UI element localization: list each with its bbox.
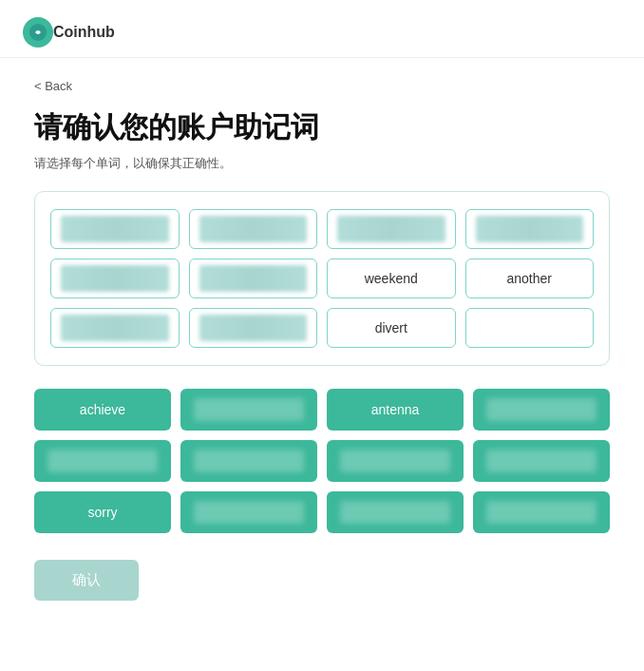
page-title: 请确认您的账户助记词 [34, 108, 610, 145]
page-subtitle: 请选择每个单词，以确保其正确性。 [34, 155, 610, 172]
candidate-btn-sorry[interactable]: sorry [34, 491, 171, 533]
app-header: Coinhub [0, 0, 644, 58]
word-slot-10 [189, 308, 318, 348]
word-slot-6 [189, 259, 318, 298]
word-slot-1 [50, 209, 180, 249]
candidate-btn-7[interactable] [327, 440, 464, 482]
candidate-btn-5[interactable] [34, 440, 171, 482]
candidate-btn-6[interactable] [180, 440, 317, 482]
word-slot-5 [50, 259, 180, 298]
word-slot-3 [327, 209, 456, 249]
word-slot-8: another [465, 259, 595, 298]
word-slot-4 [465, 209, 595, 249]
candidate-btn-antenna[interactable]: antenna [327, 389, 464, 431]
word-slots-grid: weekend another divert [50, 209, 594, 348]
back-link[interactable]: < Back [34, 79, 72, 93]
word-slot-11: divert [327, 308, 456, 348]
candidate-btn-12[interactable] [473, 491, 610, 533]
page-content: < Back 请确认您的账户助记词 请选择每个单词，以确保其正确性。 weeke… [0, 58, 644, 629]
candidate-btn-2[interactable] [180, 389, 317, 431]
word-selection-area: weekend another divert [34, 191, 610, 366]
logo-icon [23, 17, 53, 48]
candidate-words-grid: achieve antenna sorry [34, 389, 610, 533]
candidate-btn-achieve[interactable]: achieve [34, 389, 171, 431]
candidate-btn-8[interactable] [473, 440, 610, 482]
word-slot-7: weekend [327, 259, 456, 298]
word-slot-12 [465, 308, 595, 348]
word-slot-9 [50, 308, 180, 348]
candidate-btn-4[interactable] [473, 389, 610, 431]
app-logo-text: Coinhub [53, 24, 115, 41]
word-slot-2 [189, 209, 318, 249]
candidate-btn-11[interactable] [327, 491, 464, 533]
candidate-btn-10[interactable] [180, 491, 317, 533]
confirm-button[interactable]: 确认 [34, 560, 139, 601]
